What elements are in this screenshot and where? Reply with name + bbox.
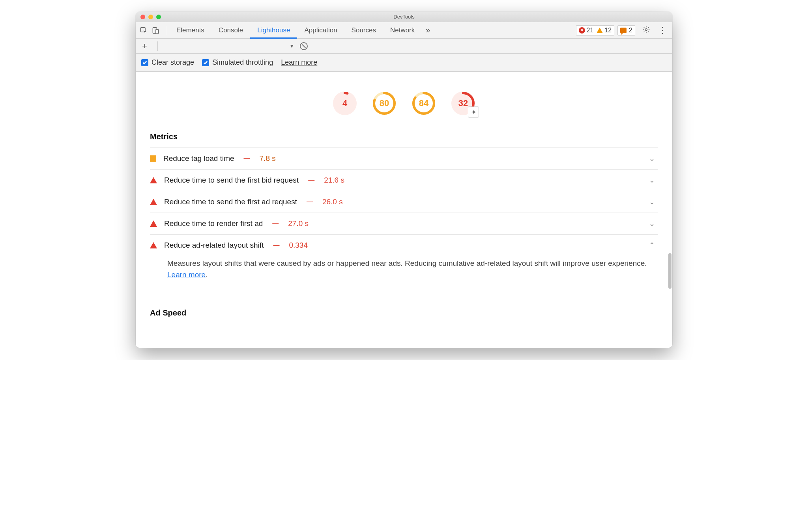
- tab-network[interactable]: Network: [383, 22, 422, 38]
- metric-value: 21.6 s: [324, 176, 344, 185]
- ad-speed-heading: Ad Speed: [150, 308, 658, 317]
- divider: [157, 41, 158, 51]
- inspect-icon[interactable]: [140, 26, 148, 34]
- tab-application[interactable]: Application: [297, 22, 344, 38]
- metric-title: Reduce ad-related layout shift: [164, 241, 264, 250]
- tab-console[interactable]: Console: [211, 22, 250, 38]
- dash: —: [308, 177, 314, 184]
- svg-point-4: [335, 93, 355, 114]
- score-gauge[interactable]: 32✦: [451, 91, 475, 115]
- triangle-icon: [150, 177, 157, 183]
- report-dropdown[interactable]: ▼: [290, 43, 294, 49]
- score-gauges: 4 80 84 32✦: [136, 72, 672, 127]
- lighthouse-options: Clear storage Simulated throttling Learn…: [136, 54, 672, 72]
- plugin-icon: ✦: [468, 106, 479, 118]
- score-gauge[interactable]: 84: [412, 91, 436, 115]
- simulated-throttling-checkbox[interactable]: Simulated throttling: [202, 58, 273, 67]
- score-gauge[interactable]: 4: [333, 91, 357, 115]
- clear-icon[interactable]: [300, 42, 308, 50]
- error-icon: ✕: [579, 27, 585, 34]
- metric-row[interactable]: Reduce time to render first ad—27.0 s⌄: [150, 213, 658, 234]
- more-tabs-button[interactable]: »: [422, 22, 434, 38]
- titlebar: DevTools: [136, 12, 672, 22]
- metric-description: Measures layout shifts that were caused …: [150, 256, 658, 289]
- metric-value: 27.0 s: [288, 219, 309, 228]
- main-tabbar: Elements Console Lighthouse Application …: [136, 22, 672, 39]
- metric-row[interactable]: Reduce tag load time—7.8 s⌄: [150, 147, 658, 169]
- metric-row[interactable]: Reduce time to send the first ad request…: [150, 191, 658, 213]
- metric-row[interactable]: Reduce ad-related layout shift—0.334⌃: [150, 234, 658, 256]
- triangle-icon: [150, 220, 157, 227]
- metrics-heading: Metrics: [150, 132, 658, 141]
- metric-value: 26.0 s: [322, 198, 343, 206]
- learn-more-link[interactable]: Learn more: [281, 58, 317, 67]
- chevron-down-icon: ⌄: [649, 176, 655, 185]
- metric-value: 7.8 s: [260, 154, 276, 163]
- new-report-button[interactable]: +: [140, 41, 150, 51]
- gear-icon: [642, 26, 650, 34]
- metric-title: Reduce time to send the first ad request: [164, 198, 297, 206]
- triangle-icon: [150, 199, 157, 205]
- chevron-down-icon: ⌄: [649, 154, 655, 163]
- score-gauge[interactable]: 80: [372, 91, 396, 115]
- window-title: DevTools: [136, 14, 672, 20]
- chevron-down-icon: ⌄: [649, 198, 655, 206]
- clear-storage-checkbox[interactable]: Clear storage: [141, 58, 194, 67]
- metric-row[interactable]: Reduce time to send the first bid reques…: [150, 169, 658, 191]
- triangle-icon: [150, 242, 157, 248]
- metric-value: 0.334: [289, 241, 308, 250]
- chevron-down-icon: ⌄: [649, 219, 655, 228]
- warning-count: 12: [604, 27, 612, 34]
- simulated-throttling-label: Simulated throttling: [212, 58, 273, 67]
- checkbox-checked-icon: [202, 59, 209, 66]
- kebab-menu-button[interactable]: ⋮: [655, 25, 670, 35]
- lighthouse-subbar: + ▼: [136, 39, 672, 54]
- learn-more-link[interactable]: Learn more: [167, 271, 206, 279]
- tab-sources[interactable]: Sources: [344, 22, 383, 38]
- issues-badge[interactable]: 2: [617, 25, 635, 35]
- metric-title: Reduce time to send the first bid reques…: [164, 176, 299, 185]
- error-count: 21: [587, 27, 594, 34]
- lighthouse-report: 4 80 84 32✦ Metrics Reduce tag load time…: [136, 72, 672, 348]
- divider: [166, 26, 166, 35]
- scrollbar-thumb[interactable]: [668, 253, 671, 289]
- metrics-section: Metrics Reduce tag load time—7.8 s⌄Reduc…: [136, 124, 672, 297]
- svg-point-3: [645, 28, 647, 30]
- metric-title: Reduce tag load time: [163, 154, 234, 163]
- warning-icon: [597, 28, 603, 33]
- metric-title: Reduce time to render first ad: [164, 219, 263, 228]
- square-icon: [150, 155, 156, 162]
- tab-lighthouse[interactable]: Lighthouse: [250, 22, 297, 38]
- checkbox-checked-icon: [141, 59, 148, 66]
- dash: —: [307, 198, 313, 205]
- dash: —: [272, 220, 279, 227]
- issue-icon: [620, 28, 627, 33]
- settings-button[interactable]: [642, 26, 650, 35]
- issue-count: 2: [629, 27, 632, 34]
- clear-storage-label: Clear storage: [152, 58, 194, 67]
- tab-elements[interactable]: Elements: [169, 22, 211, 38]
- svg-rect-2: [156, 29, 159, 34]
- console-counts[interactable]: ✕21 12: [576, 25, 615, 35]
- chevron-up-icon: ⌃: [649, 241, 655, 250]
- devtools-window: DevTools Elements Console Lighthouse App…: [136, 12, 672, 348]
- device-toggle-icon[interactable]: [152, 26, 159, 34]
- dash: —: [244, 155, 250, 162]
- ad-speed-section: Ad Speed: [136, 297, 672, 332]
- dash: —: [273, 242, 279, 249]
- selected-gauge-underline: [444, 124, 484, 124]
